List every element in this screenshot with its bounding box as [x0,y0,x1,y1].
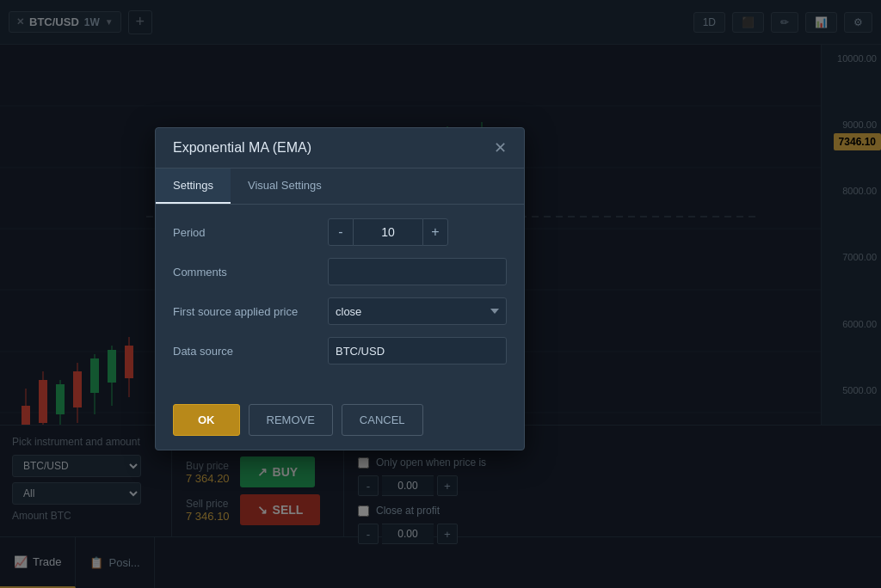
modal-footer: OK REMOVE CANCEL [156,390,524,450]
tab-settings[interactable]: Settings [156,168,231,204]
modal-title: Exponential MA (EMA) [173,140,311,156]
first-source-select[interactable]: close open high low [328,297,507,325]
tab-visual-settings[interactable]: Visual Settings [231,168,339,204]
ok-button[interactable]: OK [173,404,240,436]
modal-header: Exponential MA (EMA) ✕ [156,128,524,168]
cancel-button[interactable]: CANCEL [342,404,423,436]
data-source-control [328,337,507,364]
first-source-row: First source applied price close open hi… [173,297,507,325]
modal-close-button[interactable]: ✕ [494,140,507,156]
ema-settings-modal: Exponential MA (EMA) ✕ Settings Visual S… [155,127,525,450]
data-source-input[interactable] [328,337,507,364]
comments-input[interactable] [328,258,507,285]
comments-label: Comments [173,266,328,279]
period-label: Period [173,226,328,239]
period-input[interactable] [354,218,422,246]
period-minus-button[interactable]: - [328,218,354,246]
data-source-row: Data source [173,337,507,364]
period-control: - + [328,218,507,246]
period-row: Period - + [173,218,507,246]
first-source-control: close open high low [328,297,507,325]
comments-row: Comments [173,258,507,285]
modal-body: Settings Visual Settings Period - + Comm… [156,168,524,390]
first-source-label: First source applied price [173,305,328,318]
period-plus-button[interactable]: + [422,218,448,246]
remove-button[interactable]: REMOVE [249,404,333,436]
settings-form: Period - + Comments First source applied… [156,205,524,390]
modal-tabs: Settings Visual Settings [156,168,524,205]
comments-control [328,258,507,285]
data-source-label: Data source [173,345,328,358]
